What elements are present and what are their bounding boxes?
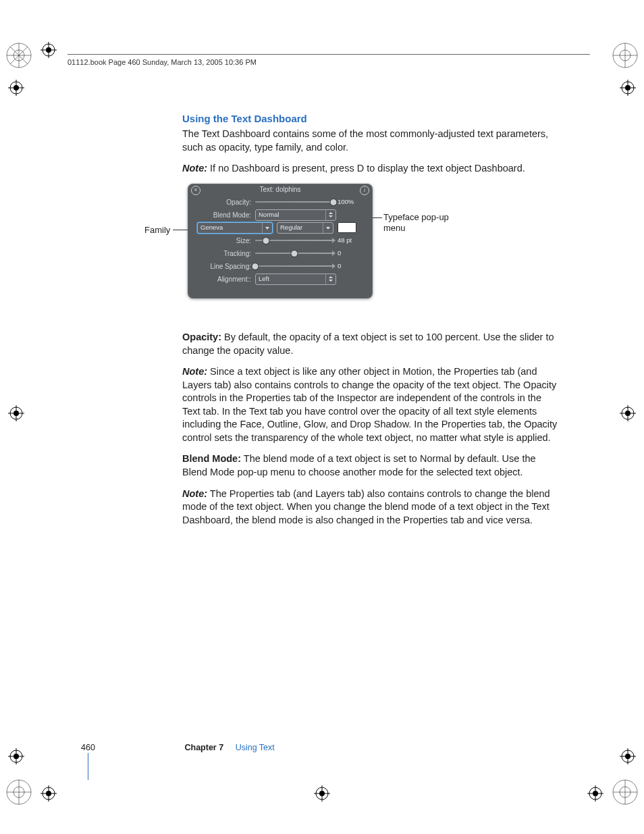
printer-mark-icon bbox=[5, 779, 32, 806]
label-size: Size: bbox=[188, 236, 255, 246]
typeface-value: Regular bbox=[280, 224, 302, 232]
font-family-popup[interactable]: Geneva bbox=[197, 222, 273, 234]
close-icon[interactable]: × bbox=[191, 186, 200, 195]
chapter-label: Chapter 7 bbox=[184, 743, 223, 752]
dashboard-titlebar[interactable]: × Text: dolphins i bbox=[188, 184, 373, 196]
registration-mark-icon bbox=[8, 80, 24, 96]
text-opacity: By default, the opacity of a text object… bbox=[182, 332, 554, 356]
registration-mark-icon bbox=[314, 785, 330, 802]
chevron-updown-icon bbox=[325, 274, 336, 284]
text-dashboard-panel: × Text: dolphins i Opacity: 100% Blend M… bbox=[188, 184, 373, 298]
value-size: 48 pt bbox=[333, 236, 367, 245]
registration-mark-icon bbox=[620, 748, 636, 764]
note-opacity: Note: Since a text object is like any ot… bbox=[182, 365, 560, 444]
dashboard-figure: Family Typeface pop-up menu × Text: dolp… bbox=[182, 184, 560, 319]
label-tracking: Tracking: bbox=[188, 249, 255, 259]
content-column: Using the Text Dashboard The Text Dashbo… bbox=[182, 112, 560, 535]
registration-mark-icon bbox=[8, 748, 24, 764]
callout-family: Family bbox=[144, 224, 170, 236]
label-blend-mode: Blend Mode: bbox=[188, 211, 255, 220]
info-icon[interactable]: i bbox=[360, 186, 369, 195]
note-blend: Note: The Properties tab (and Layers tab… bbox=[182, 488, 560, 527]
dashboard-title: Text: dolphins bbox=[259, 186, 300, 193]
svg-point-21 bbox=[14, 85, 19, 90]
row-opacity: Opacity: 100% bbox=[188, 196, 373, 209]
value-opacity: 100% bbox=[333, 198, 367, 207]
row-size: Size: 48 pt bbox=[188, 234, 373, 247]
page: 01112.book Page 460 Sunday, March 13, 20… bbox=[0, 0, 644, 834]
note-dashboard-shortcut: Note: If no Dashboard is present, press … bbox=[182, 162, 560, 176]
chevron-down-icon bbox=[323, 223, 333, 233]
row-alignment: Alignment:: Left bbox=[188, 273, 373, 286]
value-line-spacing: 0 bbox=[333, 262, 367, 271]
svg-point-33 bbox=[625, 411, 630, 416]
note-label: Note: bbox=[182, 488, 207, 499]
svg-point-29 bbox=[14, 411, 19, 416]
callout-typeface: Typeface pop-up menu bbox=[383, 212, 464, 233]
printer-mark-icon bbox=[5, 42, 32, 69]
row-typeface: Geneva Regular bbox=[188, 221, 373, 234]
font-family-value: Geneva bbox=[200, 224, 223, 232]
svg-point-49 bbox=[46, 47, 51, 53]
page-edge-marker bbox=[88, 753, 88, 780]
color-swatch[interactable] bbox=[338, 222, 356, 233]
note-text-a: If no Dashboard is present, press bbox=[210, 163, 357, 174]
svg-point-41 bbox=[625, 754, 630, 759]
printer-mark-icon bbox=[612, 779, 639, 806]
label-line-spacing: Line Spacing: bbox=[188, 262, 255, 271]
opacity-slider[interactable] bbox=[255, 201, 333, 203]
chevron-updown-icon bbox=[325, 210, 336, 220]
row-tracking: Tracking: 0 bbox=[188, 247, 373, 260]
note-blend-text: The Properties tab (and Layers tab) also… bbox=[182, 488, 550, 525]
blend-mode-value: Normal bbox=[259, 211, 279, 219]
registration-mark-icon bbox=[620, 405, 636, 421]
note-label: Note: bbox=[182, 163, 207, 174]
svg-point-57 bbox=[593, 791, 598, 796]
slider-knob[interactable] bbox=[252, 263, 259, 270]
registration-mark-icon bbox=[8, 405, 24, 421]
slider-endcap-icon bbox=[332, 238, 336, 243]
note-label: Note: bbox=[182, 366, 207, 377]
registration-mark-icon bbox=[587, 785, 603, 802]
slider-endcap-icon bbox=[332, 263, 336, 269]
svg-point-45 bbox=[319, 791, 325, 796]
label-opacity: Opacity: bbox=[188, 198, 255, 207]
row-line-spacing: Line Spacing: 0 bbox=[188, 260, 373, 273]
key-d: D bbox=[357, 163, 364, 174]
size-slider[interactable] bbox=[255, 240, 333, 241]
page-number: 460 bbox=[81, 743, 182, 752]
svg-point-25 bbox=[625, 85, 630, 90]
registration-mark-icon bbox=[41, 785, 57, 802]
line-spacing-slider[interactable] bbox=[255, 265, 333, 267]
registration-mark-icon bbox=[620, 80, 636, 96]
paragraph-blend: Blend Mode: The blend mode of a text obj… bbox=[182, 452, 560, 479]
slider-knob[interactable] bbox=[330, 199, 338, 206]
note-text-b: to display the text object Dashboard. bbox=[364, 163, 525, 174]
alignment-popup[interactable]: Left bbox=[255, 273, 336, 285]
header-rule bbox=[68, 54, 590, 55]
term-blend-mode: Blend Mode: bbox=[182, 453, 241, 464]
registration-mark-icon bbox=[41, 42, 57, 58]
svg-point-53 bbox=[46, 791, 51, 796]
term-opacity: Opacity: bbox=[182, 332, 221, 342]
slider-endcap-icon bbox=[332, 251, 336, 256]
slider-knob[interactable] bbox=[291, 250, 298, 257]
chevron-down-icon bbox=[262, 223, 272, 233]
section-heading: Using the Text Dashboard bbox=[182, 112, 560, 126]
row-blend-mode: Blend Mode: Normal bbox=[188, 209, 373, 221]
header-running-text: 01112.book Page 460 Sunday, March 13, 20… bbox=[68, 58, 257, 66]
note-opacity-text: Since a text object is like any other ob… bbox=[182, 366, 557, 443]
page-footer: 460 Chapter 7 Using Text bbox=[81, 743, 275, 752]
alignment-value: Left bbox=[259, 275, 269, 284]
blend-mode-popup[interactable]: Normal bbox=[255, 209, 336, 221]
paragraph-opacity: Opacity: By default, the opacity of a te… bbox=[182, 331, 560, 357]
tracking-slider[interactable] bbox=[255, 253, 333, 254]
svg-point-37 bbox=[14, 754, 19, 759]
label-alignment: Alignment:: bbox=[188, 275, 255, 284]
intro-paragraph: The Text Dashboard contains some of the … bbox=[182, 128, 560, 154]
value-tracking: 0 bbox=[333, 249, 367, 258]
typeface-popup[interactable]: Regular bbox=[277, 222, 333, 234]
printer-mark-icon bbox=[612, 42, 639, 69]
section-label: Using Text bbox=[236, 743, 275, 752]
slider-knob[interactable] bbox=[263, 237, 270, 244]
